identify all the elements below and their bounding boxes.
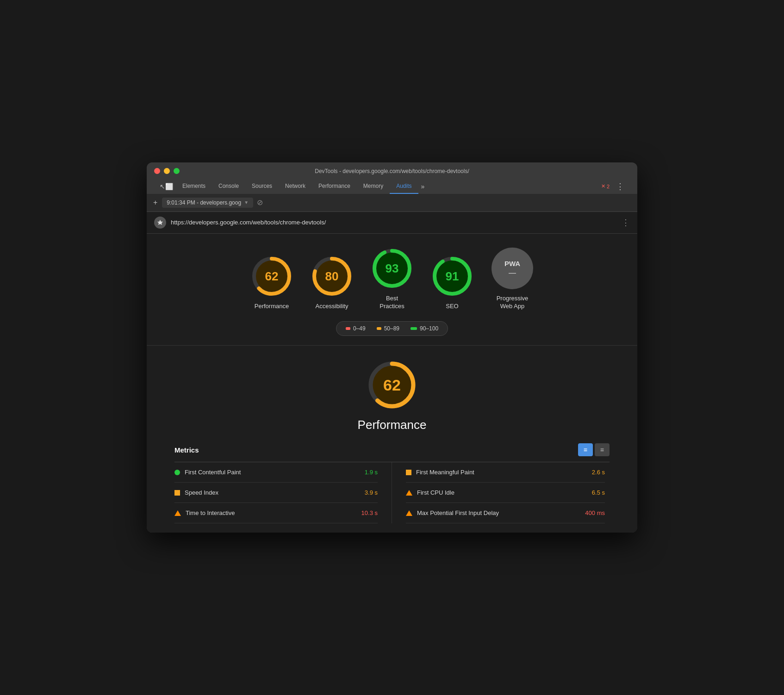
best-practices-score-value: 93 xyxy=(386,261,399,275)
metrics-title: Metrics xyxy=(174,446,199,454)
inspect-icon: ⬜ xyxy=(165,183,173,190)
best-practices-score-label: Best Practices xyxy=(380,295,404,310)
performance-score-value: 62 xyxy=(265,269,279,283)
legend-orange-dot xyxy=(377,327,381,330)
devtools-tabs: ↖ ⬜ Elements Console Sources Network Per… xyxy=(154,179,630,194)
tab-console[interactable]: Console xyxy=(212,179,245,194)
tab-network[interactable]: Network xyxy=(279,179,312,194)
metric-first-contentful-paint: First Contentful Paint 1.9 s xyxy=(174,462,378,483)
scores-row: 62 Performance 80 Accessibility xyxy=(251,248,533,310)
tab-elements[interactable]: Elements xyxy=(176,179,212,194)
si-value: 3.9 s xyxy=(365,489,378,496)
perf-score-value: 62 xyxy=(383,376,401,394)
toggle-list-button[interactable]: ≡ xyxy=(595,443,610,456)
fcp-icon xyxy=(174,470,180,475)
pwa-text: PWA xyxy=(504,260,520,267)
mpfid-name: Max Potential First Input Delay xyxy=(417,509,580,516)
window-title: DevTools - developers.google.com/web/too… xyxy=(315,168,469,174)
error-icon: ✕ xyxy=(601,183,605,189)
devtools-url-bar: https://developers.google.com/web/tools/… xyxy=(147,212,637,234)
toggle-grid-button[interactable]: ≡ xyxy=(578,443,593,456)
tti-icon xyxy=(174,510,181,516)
lighthouse-icon xyxy=(154,217,166,229)
pwa-circle: PWA — xyxy=(492,248,533,289)
tab-audits[interactable]: Audits xyxy=(390,179,418,194)
performance-detail-section: 62 Performance Metrics ≡ ≡ xyxy=(147,345,637,533)
legend-green: 90–100 xyxy=(411,325,438,332)
accessibility-circle: 80 xyxy=(311,255,353,297)
address-bar: + 9:01:34 PM - developers.goog ▼ ⊘ xyxy=(147,194,637,212)
score-seo: 91 SEO xyxy=(431,255,473,310)
seo-score-label: SEO xyxy=(446,303,458,310)
best-practices-circle: 93 xyxy=(371,248,413,289)
tab-memory[interactable]: Memory xyxy=(357,179,390,194)
fci-icon xyxy=(406,490,412,496)
window-controls[interactable] xyxy=(154,168,180,174)
perf-score-circle: 62 xyxy=(367,360,417,410)
title-bar: DevTools - developers.google.com/web/too… xyxy=(147,162,637,194)
metrics-header: Metrics ≡ ≡ xyxy=(174,443,610,456)
fmp-value: 2.6 s xyxy=(592,469,605,476)
cursor-icon: ↖ xyxy=(160,183,165,190)
dropdown-icon[interactable]: ▼ xyxy=(244,200,249,205)
seo-circle: 91 xyxy=(431,255,473,297)
address-text: 9:01:34 PM - developers.goog ▼ xyxy=(162,198,253,208)
metrics-left-column: First Contentful Paint 1.9 s Speed Index… xyxy=(174,462,392,523)
tab-performance[interactable]: Performance xyxy=(312,179,357,194)
score-performance: 62 Performance xyxy=(251,255,292,310)
fci-name: First CPU Idle xyxy=(417,489,587,496)
legend-green-dot xyxy=(411,327,417,330)
error-count: 2 xyxy=(607,184,610,189)
legend: 0–49 50–89 90–100 xyxy=(336,321,448,336)
fcp-value: 1.9 s xyxy=(365,469,378,476)
score-pwa: PWA — Progressive Web App xyxy=(492,248,533,310)
metric-first-meaningful-paint: First Meaningful Paint 2.6 s xyxy=(406,462,605,483)
devtools-content: https://developers.google.com/web/tools/… xyxy=(147,212,637,533)
tab-sources[interactable]: Sources xyxy=(245,179,279,194)
devtools-url-text: https://developers.google.com/web/tools/… xyxy=(171,219,617,226)
score-accessibility: 80 Accessibility xyxy=(311,255,353,310)
maximize-button[interactable] xyxy=(174,168,180,174)
score-best-practices: 93 Best Practices xyxy=(371,248,413,310)
metric-time-to-interactive: Time to Interactive 10.3 s xyxy=(174,503,378,523)
tabs-right: ✕ 2 ⋮ xyxy=(598,181,624,192)
minimize-button[interactable] xyxy=(164,168,170,174)
pwa-dash: — xyxy=(509,269,516,277)
metric-first-cpu-idle: First CPU Idle 6.5 s xyxy=(406,483,605,503)
legend-red-label: 0–49 xyxy=(353,325,366,332)
devtools-url-more-icon[interactable]: ⋮ xyxy=(622,217,630,228)
legend-orange: 50–89 xyxy=(377,325,399,332)
accessibility-score-label: Accessibility xyxy=(316,303,348,310)
mpfid-icon xyxy=(406,510,412,516)
legend-red: 0–49 xyxy=(346,325,366,332)
block-icon[interactable]: ⊘ xyxy=(257,198,263,207)
performance-circle: 62 xyxy=(251,255,292,297)
legend-orange-label: 50–89 xyxy=(384,325,399,332)
legend-red-dot xyxy=(346,327,350,330)
close-button[interactable] xyxy=(154,168,160,174)
pwa-score-label: Progressive Web App xyxy=(497,295,529,310)
browser-window: DevTools - developers.google.com/web/too… xyxy=(147,162,637,533)
scores-section: 62 Performance 80 Accessibility xyxy=(147,234,637,346)
tti-name: Time to Interactive xyxy=(186,509,357,516)
timestamp-text: 9:01:34 PM - developers.goog xyxy=(167,199,241,206)
new-tab-button[interactable]: + xyxy=(152,198,158,208)
error-badge: ✕ 2 xyxy=(598,182,612,190)
metric-speed-index: Speed Index 3.9 s xyxy=(174,483,378,503)
metric-max-potential-fid: Max Potential First Input Delay 400 ms xyxy=(406,503,605,523)
fci-value: 6.5 s xyxy=(592,489,605,496)
fmp-icon xyxy=(406,470,411,475)
si-name: Speed Index xyxy=(185,489,360,496)
accessibility-score-value: 80 xyxy=(325,269,339,283)
fcp-name: First Contentful Paint xyxy=(185,469,360,476)
seo-score-value: 91 xyxy=(446,269,459,283)
metrics-section: Metrics ≡ ≡ First Contentful Paint 1.9 s xyxy=(174,443,610,523)
more-tabs-button[interactable]: » xyxy=(418,179,428,194)
metrics-right-column: First Meaningful Paint 2.6 s First CPU I… xyxy=(392,462,610,523)
devtools-more-icon[interactable]: ⋮ xyxy=(616,181,624,192)
tti-value: 10.3 s xyxy=(361,509,378,516)
mpfid-value: 400 ms xyxy=(585,509,605,516)
metrics-toggle[interactable]: ≡ ≡ xyxy=(578,443,610,456)
metrics-grid: First Contentful Paint 1.9 s Speed Index… xyxy=(174,462,610,523)
legend-green-label: 90–100 xyxy=(420,325,438,332)
